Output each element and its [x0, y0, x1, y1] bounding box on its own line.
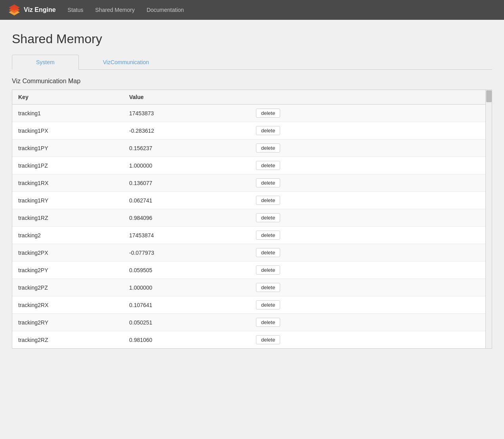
- tabs-container: System VizCommunication: [12, 54, 492, 70]
- table-cell-action: delete: [250, 314, 492, 331]
- table-cell-action: delete: [250, 227, 492, 244]
- table-container: Key Value tracking117453873deletetrackin…: [12, 90, 492, 349]
- table-row: tracking2RY0.050251delete: [12, 314, 492, 331]
- nav-link-shared-memory[interactable]: Shared Memory: [95, 7, 135, 13]
- delete-button[interactable]: delete: [256, 126, 280, 135]
- delete-button[interactable]: delete: [256, 318, 280, 327]
- delete-button[interactable]: delete: [256, 109, 280, 118]
- table-cell-value: -0.283612: [123, 122, 250, 139]
- table-cell-action: delete: [250, 296, 492, 314]
- table-cell-key: tracking2: [12, 227, 123, 244]
- table-cell-action: delete: [250, 174, 492, 192]
- table-row: tracking2RZ0.981060delete: [12, 331, 492, 349]
- col-header-value: Value: [123, 90, 250, 105]
- table-cell-action: delete: [250, 331, 492, 349]
- table-cell-key: tracking2RZ: [12, 331, 123, 349]
- tab-system[interactable]: System: [12, 55, 79, 70]
- table-cell-action: delete: [250, 157, 492, 174]
- table-cell-action: delete: [250, 244, 492, 261]
- delete-button[interactable]: delete: [256, 178, 280, 187]
- page-content: Shared Memory System VizCommunication Vi…: [0, 20, 504, 349]
- table-cell-value: 0.156237: [123, 139, 250, 157]
- table-cell-value: 1.000000: [123, 279, 250, 296]
- table-row: tracking217453874delete: [12, 227, 492, 244]
- nav-link-status[interactable]: Status: [68, 7, 84, 13]
- navbar-brand: Viz Engine: [8, 4, 56, 15]
- table-cell-key: tracking2PY: [12, 261, 123, 279]
- table-cell-key: tracking1PY: [12, 139, 123, 157]
- table-row: tracking1PY0.156237delete: [12, 139, 492, 157]
- table-cell-key: tracking1PX: [12, 122, 123, 139]
- table-row: tracking1PX-0.283612delete: [12, 122, 492, 139]
- scrollbar-thumb: [486, 90, 492, 102]
- table-row: tracking2PX-0.077973delete: [12, 244, 492, 261]
- table-row: tracking117453873delete: [12, 105, 492, 122]
- table-cell-value: 17453874: [123, 227, 250, 244]
- tab-vizcommunication[interactable]: VizCommunication: [79, 55, 173, 70]
- delete-button[interactable]: delete: [256, 283, 280, 292]
- table-cell-key: tracking1RZ: [12, 209, 123, 227]
- table-cell-value: 17453873: [123, 105, 250, 122]
- table-cell-key: tracking1PZ: [12, 157, 123, 174]
- table-row: tracking2PY0.059505delete: [12, 261, 492, 279]
- table-cell-key: tracking2RX: [12, 296, 123, 314]
- table-cell-value: 1.000000: [123, 157, 250, 174]
- viz-engine-logo-icon: [8, 4, 21, 15]
- nav-link-documentation[interactable]: Documentation: [147, 7, 184, 13]
- col-header-action: [250, 90, 492, 105]
- table-row: tracking2RX0.107641delete: [12, 296, 492, 314]
- delete-button[interactable]: delete: [256, 213, 280, 222]
- col-header-key: Key: [12, 90, 123, 105]
- table-row: tracking1RY0.062741delete: [12, 192, 492, 209]
- scrollbar-area[interactable]: [485, 90, 492, 348]
- table-row: tracking1PZ1.000000delete: [12, 157, 492, 174]
- delete-button[interactable]: delete: [256, 335, 280, 344]
- table-cell-key: tracking1RY: [12, 192, 123, 209]
- table-body: tracking117453873deletetracking1PX-0.283…: [12, 105, 492, 349]
- navbar: Viz Engine Status Shared Memory Document…: [0, 0, 504, 20]
- table-cell-action: delete: [250, 139, 492, 157]
- section-title: Viz Communication Map: [12, 78, 492, 85]
- navbar-brand-text: Viz Engine: [24, 6, 56, 13]
- delete-button[interactable]: delete: [256, 300, 280, 309]
- table-header-row: Key Value: [12, 90, 492, 105]
- delete-button[interactable]: delete: [256, 161, 280, 170]
- table-cell-action: delete: [250, 261, 492, 279]
- table-cell-action: delete: [250, 192, 492, 209]
- table-cell-value: 0.984096: [123, 209, 250, 227]
- table-cell-key: tracking1: [12, 105, 123, 122]
- table-cell-value: 0.981060: [123, 331, 250, 349]
- table-cell-value: 0.050251: [123, 314, 250, 331]
- page-title: Shared Memory: [12, 32, 492, 46]
- table-row: tracking2PZ1.000000delete: [12, 279, 492, 296]
- table-cell-key: tracking1RX: [12, 174, 123, 192]
- table-cell-value: 0.059505: [123, 261, 250, 279]
- table-cell-action: delete: [250, 279, 492, 296]
- table-cell-key: tracking2PX: [12, 244, 123, 261]
- table-cell-key: tracking2PZ: [12, 279, 123, 296]
- delete-button[interactable]: delete: [256, 231, 280, 240]
- table-row: tracking1RX0.136077delete: [12, 174, 492, 192]
- table-cell-action: delete: [250, 105, 492, 122]
- table-cell-action: delete: [250, 122, 492, 139]
- table-cell-action: delete: [250, 209, 492, 227]
- delete-button[interactable]: delete: [256, 143, 280, 153]
- navbar-links: Status Shared Memory Documentation: [68, 7, 184, 13]
- table-cell-value: 0.062741: [123, 192, 250, 209]
- table-cell-value: -0.077973: [123, 244, 250, 261]
- table-cell-key: tracking2RY: [12, 314, 123, 331]
- delete-button[interactable]: delete: [256, 265, 280, 275]
- table-cell-value: 0.107641: [123, 296, 250, 314]
- delete-button[interactable]: delete: [256, 196, 280, 205]
- table-cell-value: 0.136077: [123, 174, 250, 192]
- data-table: Key Value tracking117453873deletetrackin…: [12, 90, 492, 348]
- delete-button[interactable]: delete: [256, 248, 280, 257]
- table-row: tracking1RZ0.984096delete: [12, 209, 492, 227]
